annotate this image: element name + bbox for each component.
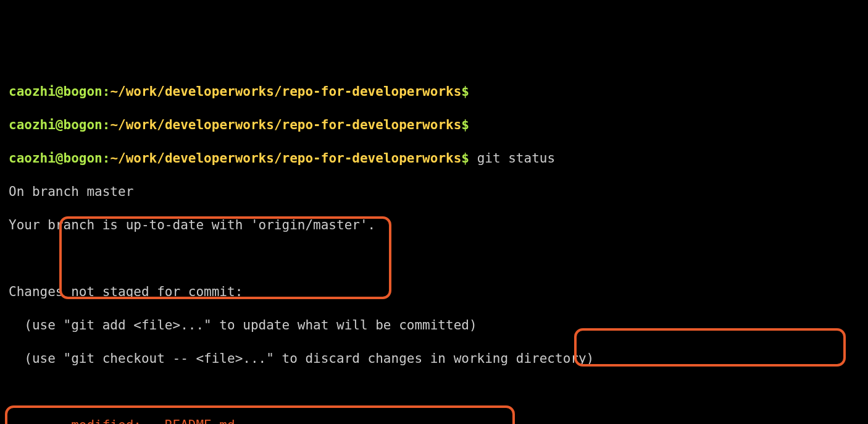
prompt-path: ~/work/developerworks/repo-for-developer…: [110, 84, 461, 99]
output-line: (use "git checkout -- <file>..." to disc…: [9, 350, 859, 367]
prompt-line[interactable]: caozhi@bogon:~/work/developerworks/repo-…: [9, 150, 859, 167]
prompt-dollar: $: [461, 84, 469, 99]
git-status-cmd: git status: [477, 151, 555, 166]
prompt-sep: :: [102, 151, 111, 166]
output-line: On branch master: [9, 184, 859, 200]
prompt-line[interactable]: caozhi@bogon:~/work/developerworks/repo-…: [9, 117, 859, 134]
prompt-sep: :: [102, 84, 111, 99]
modified-file-line: modified: README.md: [9, 417, 859, 424]
output-line: [9, 384, 859, 401]
prompt-user: caozhi@bogon: [9, 84, 102, 99]
terminal[interactable]: caozhi@bogon:~/work/developerworks/repo-…: [0, 67, 868, 424]
prompt-user: caozhi@bogon: [9, 151, 102, 166]
prompt-line[interactable]: caozhi@bogon:~/work/developerworks/repo-…: [9, 83, 859, 100]
prompt-dollar: $: [461, 117, 469, 132]
prompt-dollar: $: [461, 151, 469, 166]
output-line: Your branch is up-to-date with 'origin/m…: [9, 217, 859, 234]
prompt-sep: :: [102, 117, 111, 132]
prompt-user: caozhi@bogon: [9, 117, 102, 132]
output-line: [9, 250, 859, 267]
output-line: (use "git add <file>..." to update what …: [9, 317, 859, 334]
output-line: Changes not staged for commit:: [9, 284, 859, 300]
prompt-path: ~/work/developerworks/repo-for-developer…: [110, 117, 461, 132]
prompt-path: ~/work/developerworks/repo-for-developer…: [110, 151, 461, 166]
